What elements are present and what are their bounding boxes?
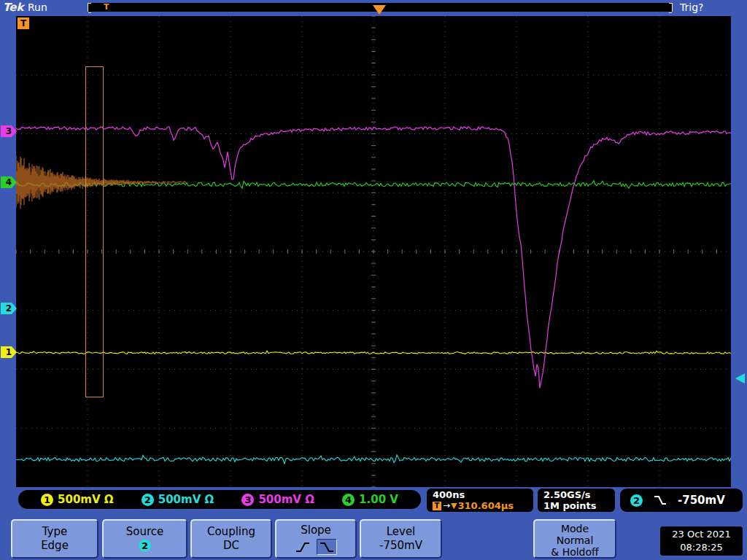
ch2-scale: 500mV Ω	[158, 493, 214, 506]
level-value: -750mV	[361, 539, 441, 553]
arrow-icon: →	[443, 500, 450, 511]
type-value: Edge	[12, 539, 97, 553]
trigger-t-icon: T	[433, 502, 441, 510]
delay-marker-icon: ▼	[451, 500, 457, 511]
mode-value2: & Holdoff	[535, 546, 615, 558]
ch2-position-marker: 2	[1, 303, 17, 314]
trigger-level-arrow-icon	[735, 373, 745, 384]
mode-title: Mode	[535, 523, 615, 534]
waveform-traces	[16, 127, 731, 464]
ch1-readout: 1 500mV Ω	[41, 493, 114, 506]
falling-slope-icon	[653, 494, 667, 506]
acquisition-status: Run	[28, 1, 47, 13]
ch3-position-marker: 3	[1, 125, 17, 137]
datetime-display: 23 Oct 2021 08:28:25	[660, 526, 743, 556]
menu-button-type[interactable]: Type Edge	[11, 519, 98, 559]
trigger-level-value: -750mV	[678, 494, 725, 507]
time-value: 08:28:25	[660, 541, 743, 554]
ch3-readout: 3 500mV Ω	[241, 493, 314, 506]
ch1-position-marker: 1	[1, 346, 17, 358]
slope-options	[276, 539, 355, 555]
trigger-status-label: Trig?	[680, 1, 703, 13]
graticule-grid	[16, 16, 731, 487]
timebase-readout: 400ns	[433, 489, 533, 500]
source-channel-badge: 2	[139, 540, 151, 552]
graticule-background	[16, 16, 731, 487]
slope-title: Slope	[276, 524, 355, 537]
trigger-source-badge: 2	[630, 494, 643, 507]
ch1-scale: 500mV Ω	[58, 493, 114, 506]
ch4-scale: 1.00 V	[359, 493, 398, 506]
record-trigger-marker: T	[104, 3, 109, 12]
sample-rate: 2.50GS/s	[543, 489, 615, 500]
expansion-point-marker-icon	[373, 5, 386, 15]
type-title: Type	[12, 525, 97, 539]
ch3-scale: 500mV Ω	[258, 493, 314, 506]
falling-slope-selected	[317, 539, 337, 555]
falling-slope-option-icon	[319, 540, 335, 553]
source-title: Source	[104, 525, 186, 539]
coupling-title: Coupling	[192, 525, 271, 539]
record-length: 1M points	[543, 500, 615, 511]
ch1-badge: 1	[41, 494, 53, 506]
oscilloscope-screen: Tek Run T Trig? T 3 4 2 1 1 500mV Ω 2 50…	[0, 0, 747, 560]
trigger-readout: 2 -750mV	[620, 489, 743, 512]
date-value: 23 Oct 2021	[660, 528, 743, 541]
ch4-position-marker: 4	[1, 176, 17, 188]
acquisition-readout: 2.50GS/s 1M points	[538, 489, 615, 512]
ch4-readout: 4 1.00 V	[342, 493, 398, 506]
zoom-window-outline	[85, 66, 104, 397]
trigger-delay-readout: T → ▼ 310.604µs	[433, 500, 533, 511]
trigger-position-badge: T	[18, 18, 29, 29]
ch4-badge: 4	[342, 494, 355, 506]
menu-button-mode[interactable]: Mode Normal & Holdoff	[533, 519, 616, 559]
ch2-readout: 2 500mV Ω	[142, 493, 214, 506]
horizontal-readout: 400ns T → ▼ 310.604µs	[427, 489, 533, 512]
menu-button-coupling[interactable]: Coupling DC	[190, 519, 272, 559]
menu-button-level[interactable]: Level -750mV	[360, 519, 442, 559]
ch2-badge: 2	[142, 494, 154, 506]
menu-button-slope[interactable]: Slope	[275, 519, 357, 559]
channel-scale-readouts: 1 500mV Ω 2 500mV Ω 3 500mV Ω 4 1.00 V	[18, 490, 421, 509]
rising-slope-icon	[295, 540, 311, 553]
level-title: Level	[361, 525, 441, 539]
mode-value: Normal	[535, 534, 615, 546]
menu-button-source[interactable]: Source 2	[102, 519, 187, 559]
ch3-badge: 3	[241, 494, 254, 506]
coupling-value: DC	[192, 539, 271, 553]
graticule-and-traces	[0, 0, 747, 560]
delay-value: 310.604µs	[458, 500, 514, 511]
tek-logo: Tek	[3, 1, 23, 14]
